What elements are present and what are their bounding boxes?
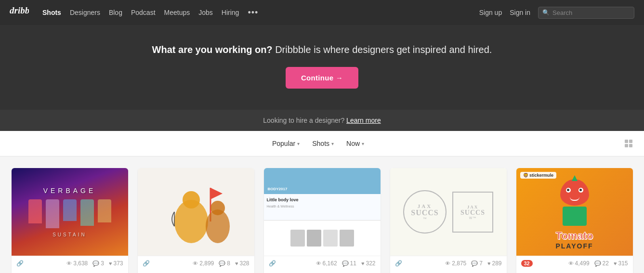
views-sticker: 👁 4,499 xyxy=(568,260,590,267)
comments-sticker: 💬 22 xyxy=(594,260,609,267)
nav-jobs[interactable]: Jobs xyxy=(198,9,213,16)
nav-blog[interactable]: Blog xyxy=(109,9,122,16)
navbar: dribbble Shots Designers Blog Podcast Me… xyxy=(0,0,644,25)
eye-icon: 👁 xyxy=(66,260,72,266)
likes-sticker: ♥ 315 xyxy=(614,260,628,267)
hero-text-bold: What are you working on? xyxy=(152,44,273,55)
hire-banner: Looking to hire a designer? Learn more xyxy=(0,110,644,131)
grid-view-icon xyxy=(625,140,632,147)
nav-more-icon[interactable]: ••• xyxy=(248,8,258,18)
grid-toggle[interactable] xyxy=(625,140,632,147)
hire-banner-text: Looking to hire a designer? xyxy=(263,117,344,124)
popular-label: Popular xyxy=(272,140,295,147)
link-icon-kendrick[interactable]: 🔗 xyxy=(395,260,402,267)
link-icon-ueno[interactable]: 🔗 xyxy=(269,260,276,267)
heart-icon-sticker: ♥ xyxy=(614,260,617,266)
eye-icon-sticker: 👁 xyxy=(568,260,574,266)
comment-icon-kendrick: 💬 xyxy=(471,260,478,267)
eye-icon-ueno: 👁 xyxy=(316,260,321,266)
views-muti: 👁 3,638 xyxy=(66,260,88,267)
heart-icon: ♥ xyxy=(109,260,112,266)
search-input[interactable] xyxy=(552,9,630,16)
likes-timo: ♥ 328 xyxy=(235,260,250,267)
shot-author-sticker: S Sticker Mule xyxy=(516,271,633,273)
shot-thumb-kendrick[interactable]: JAX SUCCS ™ JAX SUCCS W™ xyxy=(390,168,507,256)
shot-image-timo xyxy=(138,168,254,256)
nav-designers[interactable]: Designers xyxy=(70,9,100,16)
shot-stats-kendrick: 🔗 👁 2,875 💬 7 ♥ 289 xyxy=(390,256,507,271)
popular-arrow: ▾ xyxy=(297,141,300,146)
link-icon-muti[interactable]: 🔗 xyxy=(16,260,24,267)
shot-card-sticker: 🦁 stickermule xyxy=(516,168,633,273)
badge-sticker: 32 xyxy=(521,260,533,267)
nav-meetups[interactable]: Meetups xyxy=(164,9,190,16)
shot-card-kendrick: JAX SUCCS ™ JAX SUCCS W™ 🔗 👁 2,875 💬 xyxy=(390,168,507,273)
svg-marker-4 xyxy=(210,188,223,199)
navbar-right: Sign up Sign in 🔍 xyxy=(479,7,634,19)
shot-image-muti: VERBAGE SUSTAIN xyxy=(12,168,128,256)
link-icon-timo[interactable]: 🔗 xyxy=(143,260,150,267)
continue-button[interactable]: Continue → xyxy=(286,67,358,89)
svg-point-2 xyxy=(183,191,200,208)
shot-stats-muti: 🔗 👁 3,638 💬 3 ♥ 373 xyxy=(12,256,128,271)
now-label: Now xyxy=(346,140,360,147)
shot-image-ueno: BODY2017 Little body love Health & Welln… xyxy=(264,168,381,256)
shot-stats-sticker: 32 👁 4,499 💬 22 ♥ 315 xyxy=(516,256,633,271)
shot-thumb-sticker[interactable]: 🦁 stickermule xyxy=(516,168,633,256)
shot-image-sticker: 🦁 stickermule xyxy=(516,168,633,256)
svg-text:dribbble: dribbble xyxy=(10,5,29,15)
filter-group: Popular ▾ Shots ▾ Now ▾ xyxy=(12,138,625,149)
views-ueno: 👁 6,162 xyxy=(316,260,337,267)
shot-author-kendrick: K Kendrick Kidd xyxy=(390,271,507,273)
nav-shots[interactable]: Shots xyxy=(42,9,61,16)
eye-icon-timo: 👁 xyxy=(193,260,198,266)
likes-ueno: ♥ 322 xyxy=(361,260,376,267)
search-icon: 🔍 xyxy=(542,9,550,16)
nav-links: Shots Designers Blog Podcast Meetups Job… xyxy=(42,8,470,18)
search-box: 🔍 xyxy=(538,7,634,19)
shot-thumb-muti[interactable]: VERBAGE SUSTAIN xyxy=(12,168,128,256)
shot-stats-timo: 🔗 👁 2,899 💬 8 ♥ 328 xyxy=(138,256,254,271)
comments-ueno: 💬 11 xyxy=(342,260,356,267)
hero-text-rest: Dribbble is where designers get inspired… xyxy=(273,44,492,55)
comment-icon-sticker: 💬 xyxy=(594,260,601,267)
heart-icon-kendrick: ♥ xyxy=(487,260,491,266)
filter-bar: Popular ▾ Shots ▾ Now ▾ xyxy=(0,131,644,156)
sign-in-link[interactable]: Sign in xyxy=(510,9,530,16)
shot-author-muti: M MUTI xyxy=(12,271,128,273)
comments-timo: 💬 8 xyxy=(219,260,230,267)
shot-author-timo: T Timo Kuilder xyxy=(138,271,254,273)
views-kendrick: 👁 2,875 xyxy=(445,260,466,267)
likes-kendrick: ♥ 289 xyxy=(487,260,502,267)
dribbble-logo[interactable]: dribbble xyxy=(10,3,29,22)
heart-icon-timo: ♥ xyxy=(235,260,238,266)
nav-podcast[interactable]: Podcast xyxy=(131,9,156,16)
nav-hiring[interactable]: Hiring xyxy=(222,9,239,16)
shot-thumb-timo[interactable] xyxy=(138,168,254,256)
views-timo: 👁 2,899 xyxy=(193,260,214,267)
popular-filter[interactable]: Popular ▾ xyxy=(268,138,303,149)
learn-more-link[interactable]: Learn more xyxy=(346,117,381,124)
shots-filter[interactable]: Shots ▾ xyxy=(308,138,338,149)
comment-icon-timo: 💬 xyxy=(219,260,225,267)
heart-icon-ueno: ♥ xyxy=(361,260,365,266)
shot-author-ueno: u ueno. xyxy=(264,271,381,273)
eye-icon-kendrick: 👁 xyxy=(445,260,450,266)
svg-point-6 xyxy=(210,201,225,215)
shot-stats-ueno: 🔗 👁 6,162 💬 11 ♥ 322 xyxy=(264,256,381,271)
knight-svg xyxy=(148,173,244,250)
now-filter[interactable]: Now ▾ xyxy=(342,138,368,149)
comments-kendrick: 💬 7 xyxy=(471,260,483,267)
shot-thumb-ueno[interactable]: BODY2017 Little body love Health & Welln… xyxy=(264,168,381,256)
shots-grid: VERBAGE SUSTAIN 🔗 👁 3,638 xyxy=(0,156,644,273)
comment-icon-ueno: 💬 xyxy=(342,260,349,267)
hero-banner: What are you working on? Dribbble is whe… xyxy=(0,25,644,110)
shot-image-kendrick: JAX SUCCS ™ JAX SUCCS W™ xyxy=(390,168,507,256)
likes-muti: ♥ 373 xyxy=(109,260,123,267)
sign-up-link[interactable]: Sign up xyxy=(479,9,502,16)
shot-card-muti: VERBAGE SUSTAIN 🔗 👁 3,638 xyxy=(12,168,128,273)
shot-card-timo: 🔗 👁 2,899 💬 8 ♥ 328 T Timo Kuilder xyxy=(138,168,254,273)
shots-label: Shots xyxy=(312,140,329,147)
shots-arrow: ▾ xyxy=(331,141,334,146)
fire-badge: 32 xyxy=(521,260,533,267)
